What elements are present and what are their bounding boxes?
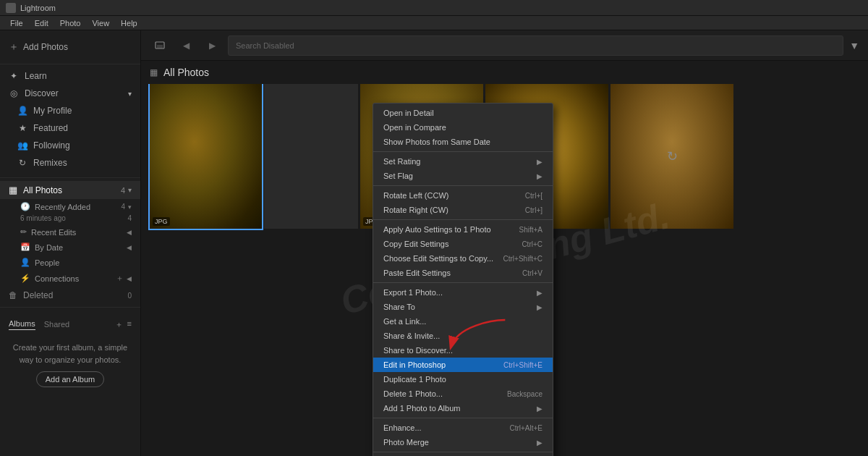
- menu-help[interactable]: Help: [115, 19, 143, 28]
- edit-icon: ✏: [20, 227, 27, 237]
- featured-icon: ★: [17, 123, 27, 133]
- svg-rect-1: [157, 45, 163, 48]
- sidebar-item-my-profile[interactable]: 👤 My Profile: [0, 102, 140, 119]
- sidebar-item-deleted[interactable]: 🗑 Deleted 0: [0, 287, 140, 304]
- sidebar-item-following[interactable]: 👥 Following: [0, 137, 140, 154]
- photos-title: All Photos: [163, 67, 209, 78]
- cm-photo-merge[interactable]: Photo Merge▶: [373, 435, 553, 449]
- cm-open-detail[interactable]: Open in Detail: [373, 106, 553, 120]
- cm-divider-6: [373, 452, 553, 452]
- cm-paste-settings[interactable]: Paste Edit SettingsCtrl+V: [373, 266, 553, 280]
- content-area: ◀ ▶ Search Disabled ▼ ▦ All Photos JPG J…: [141, 30, 868, 456]
- back-button[interactable]: ◀: [176, 35, 196, 56]
- sidebar-item-remixes[interactable]: ↻ Remixes: [0, 154, 140, 172]
- arrow-icon-flag: ▶: [537, 172, 542, 180]
- cm-choose-settings[interactable]: Choose Edit Settings to Copy...Ctrl+Shif…: [373, 251, 553, 266]
- plus-icon: ＋: [9, 41, 19, 54]
- learn-icon: ✦: [9, 71, 19, 81]
- arrow-icon-export: ▶: [537, 289, 542, 297]
- sidebar-divider-2: [0, 307, 140, 308]
- sidebar-item-people[interactable]: 👤 People: [0, 255, 140, 270]
- sidebar-item-recent-edits[interactable]: ✏ Recent Edits ◀: [0, 224, 140, 240]
- following-icon: 👥: [17, 140, 27, 151]
- photo-thumbnail-1: [150, 84, 262, 229]
- chevron-left-connections: ◀: [127, 275, 132, 282]
- photo-badge-1: JPG: [153, 217, 170, 226]
- cm-auto-settings[interactable]: Apply Auto Settings to 1 PhotoShift+A: [373, 222, 553, 237]
- context-menu: Open in Detail Open in Compare Show Phot…: [373, 103, 553, 456]
- cm-set-rating[interactable]: Set Rating▶: [373, 154, 553, 169]
- sidebar-item-connections[interactable]: ⚡ Connections ＋ ◀: [0, 270, 140, 287]
- cm-divider-2: [373, 185, 553, 186]
- albums-header: Albums Shared ＋ ≡: [0, 316, 140, 333]
- cm-add-to-album[interactable]: Add 1 Photo to Album▶: [373, 401, 553, 415]
- arrow-icon-album: ▶: [537, 405, 542, 413]
- cm-divider-3: [373, 219, 553, 220]
- photo-cell-1[interactable]: JPG: [150, 84, 262, 229]
- chevron-left-icon-date: ◀: [127, 244, 132, 251]
- remixes-icon: ↻: [17, 158, 27, 168]
- cm-share-to[interactable]: Share To▶: [373, 300, 553, 314]
- sidebar-divider-1: [0, 177, 140, 178]
- search-bar[interactable]: Search Disabled: [228, 35, 843, 56]
- cm-copy-settings[interactable]: Copy Edit SettingsCtrl+C: [373, 237, 553, 251]
- sidebar-nav: ＋ Add Photos: [0, 30, 140, 64]
- home-button[interactable]: [150, 35, 170, 56]
- sidebar-item-recently-added[interactable]: 🕐 Recently Added 4 ▾: [0, 199, 140, 214]
- menubar: File Edit Photo View Help: [0, 16, 868, 30]
- cm-divider-4: [373, 282, 553, 283]
- plus-connections-icon[interactable]: ＋: [116, 273, 124, 284]
- cm-share-invite[interactable]: Share & Invite...: [373, 329, 553, 343]
- filter-icon[interactable]: ▼: [849, 40, 859, 51]
- sidebar-item-discover[interactable]: ◎ Discover ▾: [0, 85, 140, 102]
- arrow-icon-share: ▶: [537, 303, 542, 311]
- cm-show-same-date[interactable]: Show Photos from Same Date: [373, 135, 553, 149]
- cm-edit-photoshop[interactable]: Edit in PhotoshopCtrl+Shift+E: [373, 358, 553, 372]
- photo-thumbnail-2: [264, 84, 358, 229]
- cm-get-link[interactable]: Get a Link...: [373, 314, 553, 329]
- cm-delete[interactable]: Delete 1 Photo...Backspace: [373, 387, 553, 401]
- cm-rotate-left[interactable]: Rotate Left (CCW)Ctrl+[: [373, 188, 553, 203]
- add-photos-button[interactable]: ＋ Add Photos: [0, 36, 140, 58]
- menu-view[interactable]: View: [86, 19, 115, 28]
- arrow-icon: ▶: [537, 158, 542, 166]
- sidebar-item-all-photos[interactable]: ▦ All Photos 4 ▾: [0, 181, 140, 199]
- plus-album-icon[interactable]: ＋: [115, 319, 123, 330]
- menu-file[interactable]: File: [4, 19, 29, 28]
- app-icon: [6, 3, 16, 13]
- arrow-icon-merge: ▶: [537, 439, 542, 447]
- sidebar-item-learn[interactable]: ✦ Learn: [0, 67, 140, 85]
- cm-rotate-right[interactable]: Rotate Right (CW)Ctrl+]: [373, 203, 553, 217]
- forward-button[interactable]: ▶: [202, 35, 222, 56]
- add-album-button[interactable]: Add an Album: [36, 371, 105, 387]
- chevron-down-icon: ▾: [128, 90, 132, 98]
- cm-export[interactable]: Export 1 Photo...▶: [373, 285, 553, 300]
- topbar: ◀ ▶ Search Disabled ▼: [141, 30, 868, 61]
- cm-set-flag[interactable]: Set Flag▶: [373, 169, 553, 183]
- photo-cell-2[interactable]: [264, 84, 358, 229]
- cm-enhance[interactable]: Enhance...Ctrl+Alt+E: [373, 421, 553, 435]
- main-layout: ＋ Add Photos ✦ Learn ◎ Discover ▾ 👤 My P…: [0, 30, 868, 456]
- photo-cell-5[interactable]: ↻: [610, 84, 733, 229]
- search-placeholder: Search Disabled: [236, 41, 294, 50]
- cm-duplicate[interactable]: Duplicate 1 Photo: [373, 372, 553, 387]
- sort-icon[interactable]: ≡: [127, 319, 132, 330]
- menu-photo[interactable]: Photo: [54, 19, 87, 28]
- app-title: Lightroom: [20, 4, 56, 12]
- cm-divider-5: [373, 418, 553, 418]
- chevron-down-icon-allphotos: ▾: [128, 186, 132, 194]
- cm-divider-1: [373, 151, 553, 152]
- calendar-icon: 📅: [20, 242, 30, 252]
- sidebar-item-featured[interactable]: ★ Featured: [0, 119, 140, 137]
- trash-icon: 🗑: [9, 290, 17, 300]
- cm-open-compare[interactable]: Open in Compare: [373, 120, 553, 135]
- grid-icon: ▦: [9, 185, 17, 195]
- titlebar: Lightroom: [0, 0, 868, 16]
- tab-shared[interactable]: Shared: [44, 320, 69, 330]
- clock-icon: 🕐: [20, 202, 30, 211]
- cm-share-discover[interactable]: Share to Discover...: [373, 343, 553, 358]
- tab-albums[interactable]: Albums: [9, 319, 35, 330]
- sidebar-item-by-date[interactable]: 📅 By Date ◀: [0, 240, 140, 255]
- chevron-down-icon-recent: ▾: [128, 203, 132, 211]
- menu-edit[interactable]: Edit: [29, 19, 54, 28]
